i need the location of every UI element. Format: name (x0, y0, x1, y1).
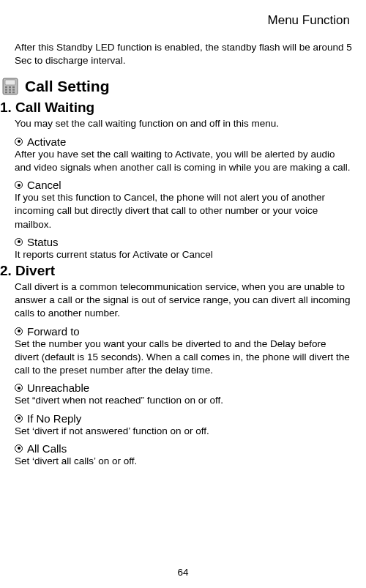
sub-item-status: Status (13, 236, 353, 248)
section-heading-row: Call Setting (0, 76, 353, 97)
target-bullet-icon (15, 414, 23, 423)
divert-desc: Call divert is a common telecommunicatio… (13, 280, 353, 321)
svg-rect-7 (12, 89, 15, 91)
svg-rect-10 (12, 92, 15, 93)
target-bullet-icon (15, 138, 23, 146)
svg-rect-8 (5, 92, 7, 93)
running-header: Menu Function (13, 13, 353, 28)
target-bullet-icon (15, 444, 23, 453)
sub-label: Forward to (27, 325, 80, 338)
sub-label: Unreachable (27, 382, 89, 394)
sub-item-cancel: Cancel (13, 179, 353, 191)
section-title: Call Setting (25, 78, 110, 95)
sub-desc-activate: After you have set the call waiting to A… (13, 148, 353, 174)
call-waiting-desc: You may set the call waiting function on… (13, 117, 353, 130)
page-number: 64 (0, 567, 366, 578)
heading-call-waiting: 1. Call Waiting (0, 100, 353, 116)
sub-desc-status: It reports current status for Activate o… (13, 248, 353, 261)
sub-item-if-no-reply: If No Reply (13, 412, 353, 425)
target-bullet-icon (15, 181, 23, 189)
target-bullet-icon (15, 327, 23, 335)
target-bullet-icon (15, 384, 23, 392)
sub-desc-if-no-reply: Set ‘divert if not answered’ function on… (13, 425, 353, 438)
heading-divert: 2. Divert (0, 263, 353, 279)
phone-icon (0, 76, 20, 97)
svg-rect-5 (5, 89, 7, 91)
sub-item-forward-to: Forward to (13, 325, 353, 338)
svg-rect-3 (9, 86, 11, 88)
svg-rect-6 (9, 89, 11, 91)
sub-desc-unreachable: Set “divert when not reached” function o… (13, 394, 353, 407)
sub-label: If No Reply (27, 412, 81, 425)
intro-paragraph: After this Standby LED function is enabl… (13, 41, 353, 67)
svg-rect-2 (5, 86, 7, 88)
svg-rect-4 (12, 86, 15, 88)
sub-item-activate: Activate (13, 135, 353, 148)
sub-label: Activate (27, 135, 66, 148)
svg-rect-1 (5, 80, 15, 85)
sub-item-all-calls: All Calls (13, 442, 353, 455)
sub-label: Cancel (27, 179, 61, 191)
sub-desc-cancel: If you set this function to Cancel, the … (13, 191, 353, 231)
svg-rect-9 (9, 92, 11, 93)
sub-label: All Calls (27, 442, 67, 455)
sub-desc-all-calls: Set ‘divert all calls’ on or off. (13, 455, 353, 468)
sub-desc-forward-to: Set the number you want your calls be di… (13, 338, 353, 378)
target-bullet-icon (15, 238, 23, 246)
sub-label: Status (27, 236, 59, 248)
sub-item-unreachable: Unreachable (13, 382, 353, 394)
